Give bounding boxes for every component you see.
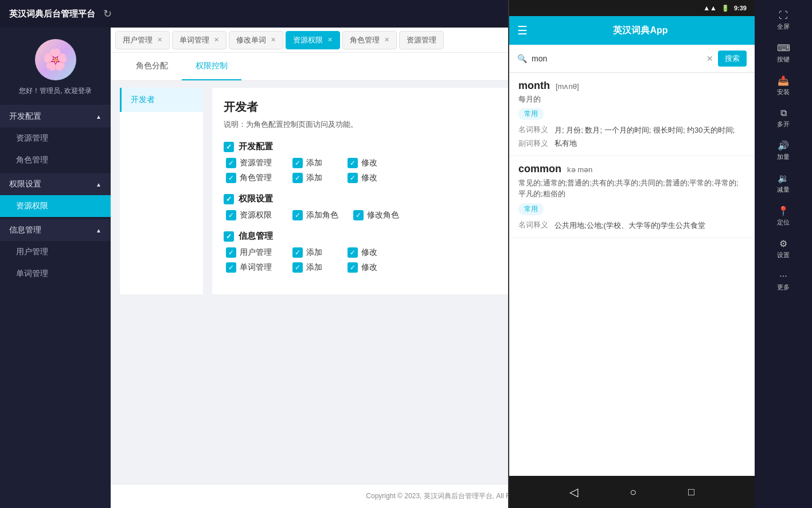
- tab-resource-mgmt[interactable]: 资源管理: [399, 31, 444, 49]
- location-icon: 📍: [778, 205, 789, 216]
- checkbox-word-add[interactable]: ✓: [292, 262, 303, 273]
- section-checkbox-dev[interactable]: ✓: [224, 142, 234, 152]
- dict-badge-month: 常用: [518, 108, 544, 120]
- perm-item-perm-res: ✓ 资源权限: [226, 210, 283, 220]
- dict-search-input[interactable]: [532, 54, 702, 63]
- chevron-up-icon-perm: ▲: [96, 181, 102, 188]
- sidebar-group-perm-settings: 权限设置 ▲ 资源权限: [0, 171, 111, 217]
- nav-back-button[interactable]: ◁: [569, 485, 578, 499]
- perm-item-add-role: ✓ 添加角色: [292, 210, 344, 220]
- phone-controls-panel: ⛶ 全屏 ⌨ 按键 📥 安装 ⧉ 多开 🔊 加量 🔉 减量 📍 定位 ⚙ 设置 …: [755, 0, 812, 508]
- tab-close-edit[interactable]: ✕: [271, 36, 276, 44]
- tab-close-role[interactable]: ✕: [384, 36, 389, 44]
- checkbox-res-edit[interactable]: ✓: [348, 158, 358, 168]
- sidebar-welcome: 您好！管理员, 欢迎登录: [14, 86, 96, 96]
- checkbox-user-add[interactable]: ✓: [292, 247, 303, 258]
- section-checkbox-info[interactable]: ✓: [224, 231, 234, 242]
- dict-word-main-common: common kə mən: [518, 163, 745, 175]
- chevron-up-icon-dev: ▲: [96, 114, 102, 120]
- dict-translation-common: 常见的;通常的;普通的;共有的;共享的;共同的;普通的;平常的;寻常的;平凡的;…: [518, 177, 745, 200]
- sub-tab-perm-control[interactable]: 权限控制: [182, 53, 241, 80]
- nav-recent-button[interactable]: □: [688, 486, 694, 498]
- dict-def-text-adv: 私有地: [555, 138, 577, 149]
- perm-item-res-mgmt: ✓ 资源管理: [226, 158, 283, 168]
- checkbox-user-edit[interactable]: ✓: [348, 247, 358, 258]
- sidebar-group-dev-config: 开发配置 ▲ 资源管理 角色管理: [0, 106, 111, 171]
- checkbox-role-mgmt[interactable]: ✓: [226, 173, 236, 183]
- dict-def-text-noun: 月; 月份; 数月; 一个月的时间; 很长时间; 约30天的时间;: [555, 125, 735, 136]
- header-title: 英汉词典后台管理平台: [9, 9, 95, 20]
- sidebar-group-header-info[interactable]: 信息管理 ▲: [0, 219, 111, 241]
- ctrl-item-fullscreen[interactable]: ⛶ 全屏: [755, 5, 812, 37]
- tab-resource-perm[interactable]: 资源权限 ✕: [286, 31, 340, 49]
- sidebar-item-resource-mgmt[interactable]: 资源管理: [0, 127, 111, 149]
- checkbox-user-mgmt[interactable]: ✓: [226, 247, 236, 258]
- install-icon: 📥: [778, 75, 789, 86]
- dict-def-month-adv: 副词释义 私有地: [518, 138, 745, 149]
- vol-up-label: 加量: [777, 153, 790, 161]
- ctrl-item-settings[interactable]: ⚙ 设置: [755, 232, 812, 265]
- ctrl-item-more[interactable]: ··· 更多: [755, 265, 812, 297]
- checkbox-word-edit[interactable]: ✓: [348, 262, 358, 273]
- ctrl-item-vol-down[interactable]: 🔉 减量: [755, 167, 812, 200]
- sidebar-group-header-dev-config[interactable]: 开发配置 ▲: [0, 106, 111, 127]
- ctrl-item-location[interactable]: 📍 定位: [755, 200, 812, 232]
- tab-word-mgmt[interactable]: 单词管理 ✕: [172, 31, 227, 49]
- tab-close-word[interactable]: ✕: [214, 36, 219, 44]
- tab-role-mgmt[interactable]: 角色管理 ✕: [342, 31, 397, 49]
- dict-results: month [mʌnθ] 每月的 常用 名词释义 月; 月份; 数月; 一个月的…: [509, 73, 755, 476]
- sidebar-item-resource-perm[interactable]: 资源权限: [0, 195, 111, 217]
- role-list: 开发者: [120, 88, 203, 294]
- perm-item-word-edit: ✓ 修改: [348, 262, 393, 273]
- checkbox-perm-res[interactable]: ✓: [226, 210, 236, 220]
- fullscreen-label: 全屏: [777, 22, 790, 31]
- tab-edit-word[interactable]: 修改单词 ✕: [229, 31, 283, 49]
- perm-item-role-mgmt: ✓ 角色管理: [226, 173, 283, 183]
- tab-user-mgmt[interactable]: 用户管理 ✕: [115, 31, 170, 49]
- checkbox-edit-role[interactable]: ✓: [353, 210, 364, 220]
- ctrl-item-multi-window[interactable]: ⧉ 多开: [755, 102, 812, 134]
- more-icon: ···: [779, 271, 787, 281]
- dict-translation-month: 每月的: [518, 94, 745, 104]
- tab-close-perm[interactable]: ✕: [327, 36, 333, 44]
- fullscreen-icon: ⛶: [779, 10, 788, 21]
- perm-item-res-add: ✓ 添加: [292, 158, 338, 168]
- checkbox-role-add[interactable]: ✓: [292, 173, 303, 183]
- role-item-developer[interactable]: 开发者: [120, 88, 203, 112]
- ctrl-item-keyboard[interactable]: ⌨ 按键: [755, 37, 812, 69]
- dict-search-button[interactable]: 搜索: [718, 51, 747, 67]
- sidebar-group-info-mgmt: 信息管理 ▲ 用户管理 单词管理: [0, 217, 111, 285]
- dict-entry-common: common kə mən 常见的;通常的;普通的;共有的;共享的;共同的;普通…: [509, 156, 755, 239]
- dict-app-title: 英汉词典App: [534, 25, 747, 37]
- keyboard-label: 按键: [777, 55, 790, 64]
- phone-wrapper: ▲▲ 🔋 9:39 ☰ 英汉词典App 🔍 ✕ 搜索 month [mʌnθ]: [508, 0, 755, 508]
- dict-word-month: month: [518, 80, 550, 92]
- ctrl-item-vol-up[interactable]: 🔊 加量: [755, 134, 812, 167]
- refresh-icon[interactable]: ↻: [103, 7, 112, 20]
- dict-clear-icon[interactable]: ✕: [706, 54, 713, 63]
- sidebar-avatar-area: 🌸 您好！管理员, 欢迎登录: [0, 28, 111, 106]
- dict-header: ☰ 英汉词典App: [509, 16, 755, 45]
- sidebar-item-word-mgmt[interactable]: 单词管理: [0, 263, 111, 285]
- checkbox-role-edit[interactable]: ✓: [348, 173, 358, 183]
- checkbox-res-add[interactable]: ✓: [292, 158, 303, 168]
- dict-def-common-noun: 名词释义 公共用地;公地;(学校、大学等的)学生公共食堂: [518, 220, 745, 231]
- phone-status-bar: ▲▲ 🔋 9:39: [509, 0, 755, 16]
- section-checkbox-perm[interactable]: ✓: [224, 194, 234, 204]
- vol-down-icon: 🔉: [778, 173, 789, 184]
- dict-search-bar: 🔍 ✕ 搜索: [509, 45, 755, 73]
- ctrl-item-install[interactable]: 📥 安装: [755, 69, 812, 102]
- checkbox-add-role[interactable]: ✓: [292, 210, 303, 220]
- settings-label: 设置: [777, 251, 790, 259]
- sidebar-item-role-mgmt[interactable]: 角色管理: [0, 149, 111, 171]
- tab-close-user[interactable]: ✕: [157, 36, 162, 44]
- checkbox-res-mgmt[interactable]: ✓: [226, 158, 236, 168]
- perm-item-role-add: ✓ 添加: [292, 173, 338, 183]
- perm-item-user-edit: ✓ 修改: [348, 247, 393, 258]
- sidebar-item-user-mgmt[interactable]: 用户管理: [0, 241, 111, 263]
- nav-home-button[interactable]: ○: [630, 486, 637, 499]
- dict-menu-icon[interactable]: ☰: [517, 25, 528, 36]
- sub-tab-role-assign[interactable]: 角色分配: [122, 53, 182, 80]
- sidebar-group-header-perm[interactable]: 权限设置 ▲: [0, 173, 111, 195]
- checkbox-word-mgmt[interactable]: ✓: [226, 262, 236, 273]
